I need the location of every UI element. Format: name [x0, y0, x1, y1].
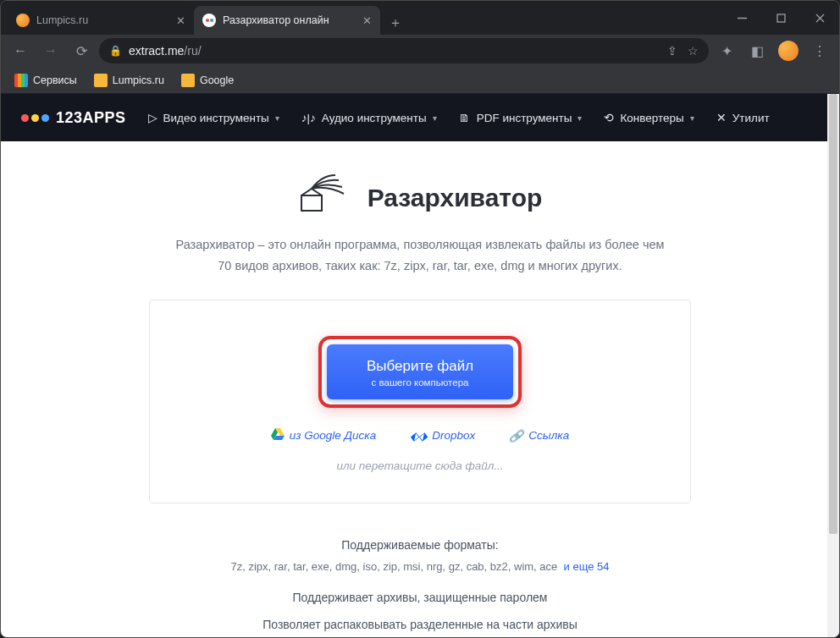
gdrive-link[interactable]: из Google Диска: [271, 428, 376, 443]
url-link[interactable]: 🔗 Ссылка: [509, 428, 569, 443]
tools-icon: ✕: [716, 111, 727, 124]
nav-pdf[interactable]: 🗎 PDF инструменты ▾: [459, 112, 583, 124]
scrollbar-thumb[interactable]: [829, 94, 837, 534]
browser-titlebar: Lumpics.ru ✕ Разархиватор онлайн ✕ ＋: [1, 1, 839, 35]
nav-label: Утилит: [732, 112, 770, 124]
window-maximize-button[interactable]: [761, 1, 800, 35]
svg-rect-4: [301, 195, 322, 211]
drag-hint: или перетащите сюда файл...: [175, 459, 665, 472]
page-subtitle: Разархиватор – это онлайн программа, поз…: [149, 234, 691, 276]
window-close-button[interactable]: [800, 1, 839, 35]
grid-icon: [14, 74, 28, 87]
brand-text: 123APPS: [56, 109, 126, 127]
gdrive-label: из Google Диска: [290, 429, 376, 442]
logo-dots-icon: [21, 114, 49, 122]
app-navbar: 123APPS ▷ Видео инструменты ▾ ♪|♪ Аудио …: [1, 94, 839, 141]
browser-tab-lumpics[interactable]: Lumpics.ru ✕: [8, 6, 194, 35]
folder-icon: [181, 74, 195, 87]
choose-file-button[interactable]: Выберите файл с вашего компьютера: [327, 344, 513, 399]
address-bar-row: ← → ⟳ 🔒 extract.me/ru/ ⇪ ☆ ✦ ◧ ⋮: [1, 35, 839, 67]
profile-avatar[interactable]: [778, 41, 799, 61]
info-block: Поддерживаемые форматы: 7z, zipx, rar, t…: [52, 534, 788, 637]
dropbox-link[interactable]: ⬖⬗ Dropbox: [410, 428, 475, 443]
url-host: extract.me: [129, 44, 184, 58]
menu-icon[interactable]: ⋮: [807, 38, 832, 63]
link-icon: 🔗: [509, 429, 523, 443]
nav-label: Аудио инструменты: [322, 112, 427, 124]
reload-button[interactable]: ⟳: [69, 38, 94, 63]
nav-label: PDF инструменты: [477, 112, 572, 124]
sidepanel-icon[interactable]: ◧: [744, 38, 770, 63]
choose-file-sublabel: с вашего компьютера: [357, 377, 483, 388]
pdf-icon: 🗎: [459, 112, 471, 124]
nav-label: Видео инструменты: [163, 112, 269, 124]
tab-title: Lumpics.ru: [36, 14, 169, 26]
window-minimize-button[interactable]: [722, 1, 761, 35]
extensions-icon[interactable]: ✦: [714, 38, 739, 63]
new-tab-button[interactable]: ＋: [384, 11, 407, 35]
upload-dropzone[interactable]: Выберите файл с вашего компьютера из Goo…: [149, 300, 691, 503]
play-icon: ▷: [148, 111, 158, 124]
bookmark-label: Google: [200, 74, 234, 86]
nav-converters[interactable]: ⟲ Конвертеры ▾: [604, 111, 694, 124]
chevron-down-icon: ▾: [690, 113, 694, 123]
url-label: Ссылка: [528, 429, 569, 442]
bookmark-label: Сервисы: [33, 74, 77, 86]
nav-video[interactable]: ▷ Видео инструменты ▾: [148, 111, 279, 124]
forward-button[interactable]: →: [38, 38, 64, 63]
folder-icon: [94, 74, 108, 87]
annotation-highlight: Выберите файл с вашего компьютера: [318, 336, 522, 408]
favicon-extract: [202, 14, 216, 27]
bookmark-label: Lumpics.ru: [113, 74, 164, 86]
svg-rect-1: [777, 14, 785, 22]
info-split-1: Позволяет распаковывать разделенные на ч…: [52, 613, 788, 636]
close-tab-icon[interactable]: ✕: [362, 14, 372, 27]
close-tab-icon[interactable]: ✕: [176, 14, 185, 27]
extractor-hero-icon: [298, 172, 351, 217]
gdrive-icon: [271, 428, 285, 443]
url-path: /ru/: [184, 44, 201, 58]
nav-audio[interactable]: ♪|♪ Аудио инструменты ▾: [301, 112, 437, 124]
supported-formats-label: Поддерживаемые форматы:: [52, 534, 788, 557]
dropbox-icon: ⬖⬗: [410, 429, 427, 443]
nav-utilities[interactable]: ✕ Утилит: [716, 111, 770, 124]
chevron-down-icon: ▾: [275, 113, 279, 123]
formats-list: 7z, zipx, rar, tar, exe, dmg, iso, zip, …: [230, 560, 557, 573]
app-logo[interactable]: 123APPS: [21, 109, 126, 127]
info-split-2: (zip.001, rar.part1, z01 и т.д.): [52, 636, 788, 637]
lock-icon: 🔒: [109, 45, 122, 57]
page-title: Разархиватор: [368, 184, 543, 212]
page-content-area: 123APPS ▷ Видео инструменты ▾ ♪|♪ Аудио …: [1, 94, 839, 637]
dropbox-label: Dropbox: [432, 429, 475, 442]
choose-file-label: Выберите файл: [357, 358, 483, 375]
bookmark-lumpics[interactable]: Lumpics.ru: [87, 70, 171, 91]
browser-tab-extract[interactable]: Разархиватор онлайн ✕: [194, 6, 380, 35]
nav-label: Конвертеры: [620, 112, 683, 124]
address-bar[interactable]: 🔒 extract.me/ru/ ⇪ ☆: [99, 38, 709, 63]
bookmark-services[interactable]: Сервисы: [8, 70, 84, 91]
audio-icon: ♪|♪: [301, 112, 316, 124]
convert-icon: ⟲: [604, 111, 614, 124]
bookmark-google[interactable]: Google: [174, 70, 240, 91]
bookmarks-bar: Сервисы Lumpics.ru Google: [1, 67, 839, 94]
back-button[interactable]: ←: [8, 38, 33, 63]
info-password: Поддерживает архивы, защищенные паролем: [52, 586, 788, 609]
more-formats-link[interactable]: и еще 54: [564, 560, 610, 573]
chevron-down-icon: ▾: [578, 113, 582, 123]
share-icon[interactable]: ⇪: [667, 44, 677, 58]
chevron-down-icon: ▾: [433, 113, 437, 123]
vertical-scrollbar[interactable]: [827, 94, 839, 637]
star-icon[interactable]: ☆: [688, 44, 699, 58]
favicon-lumpics: [16, 14, 30, 27]
tab-title: Разархиватор онлайн: [223, 14, 356, 26]
